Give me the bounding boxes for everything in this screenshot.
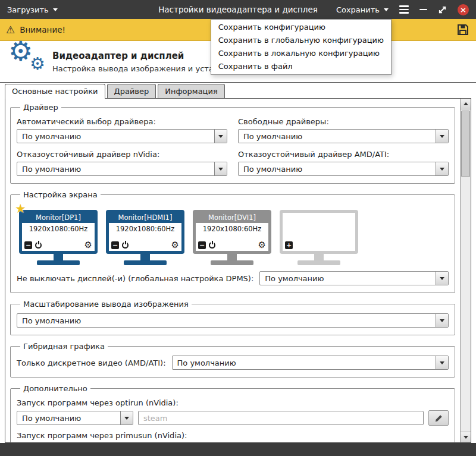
discrete-video-select[interactable]: По умолчанию — [172, 356, 449, 370]
optirun-select[interactable]: По умолчанию — [17, 411, 133, 425]
monitor-settings-icon[interactable]: ⚙ — [258, 241, 266, 249]
monitor-hdmi1[interactable]: Monitor[HDMI1] 1920x1080:60Hz − ⚙ — [106, 210, 184, 265]
vertical-scrollbar[interactable] — [460, 99, 471, 442]
monitor-stand — [227, 254, 237, 260]
warning-text: Внимание! — [20, 25, 65, 34]
scroll-up-button[interactable] — [461, 99, 471, 109]
expand-icon — [438, 5, 447, 14]
group-additional-legend: Дополнительно — [20, 384, 90, 393]
group-scaling-legend: Масштабирование вывода изображения — [20, 300, 192, 309]
auto-driver-select[interactable]: По умолчанию — [17, 129, 227, 143]
chevron-down-icon — [124, 417, 129, 420]
empty-screen — [283, 213, 355, 241]
group-hybrid-graphics: Гибридная графика Только дискретное виде… — [10, 342, 455, 378]
combo-value: По умолчанию — [17, 411, 120, 424]
status-bar — [0, 443, 476, 456]
chevron-down-icon — [440, 135, 444, 138]
tab-driver[interactable]: Драйвер — [107, 84, 156, 98]
menu-item-save-local-config[interactable]: Сохранить в локальную конфигурацию — [211, 47, 391, 60]
save-menu-label: Сохранить — [336, 5, 380, 14]
close-button[interactable]: × — [458, 4, 469, 15]
tab-content: Драйвер Автоматический выбор драйвера: П… — [5, 98, 471, 443]
group-driver-legend: Драйвер — [20, 103, 61, 112]
disable-monitor-button[interactable]: − — [111, 241, 119, 249]
dpms-select[interactable]: По умолчанию — [259, 271, 449, 285]
monitor-stand — [140, 254, 150, 260]
minimize-button[interactable] — [419, 9, 427, 11]
titlebar: Загрузить Настройки видеоадаптера и дисп… — [0, 0, 476, 19]
power-icon[interactable] — [35, 242, 42, 249]
gears-icon: ⚙ ⚙ — [8, 45, 52, 79]
scrollbar-track[interactable] — [461, 109, 471, 432]
dropdown-arrow-button[interactable] — [436, 272, 448, 285]
add-monitor-button[interactable]: + — [285, 241, 293, 249]
combo-value: По умолчанию — [17, 130, 214, 143]
tab-main-settings[interactable]: Основные настройки — [5, 84, 105, 99]
monitor-name: Monitor[DVI1] — [196, 213, 268, 223]
optirun-programs-input[interactable] — [138, 411, 424, 425]
save-settings-button[interactable] — [456, 23, 470, 37]
scaling-select[interactable]: По умолчанию — [17, 313, 449, 328]
combo-value: По умолчанию — [17, 162, 214, 175]
save-menu: Сохранить конфигурацию Сохранить в глоба… — [211, 19, 392, 75]
dropdown-arrow-button[interactable] — [214, 130, 227, 143]
tab-bar: Основные настройки Драйвер Информация — [0, 84, 476, 98]
floppy-save-icon — [456, 23, 470, 37]
monitor-resolution: 1920x1080:60Hz — [196, 223, 268, 241]
power-icon[interactable] — [122, 242, 129, 249]
optirun-edit-button[interactable] — [428, 410, 449, 426]
combo-value: По умолчанию — [239, 162, 436, 175]
dropdown-arrow-button[interactable] — [214, 162, 227, 175]
failsafe-amd-label: Отказоустойчивый драйвер AMD/ATI: — [238, 150, 449, 159]
menu-item-save-to-file[interactable]: Сохранить в файл — [211, 60, 391, 73]
discrete-video-label: Только дискретное видео (AMD/ATI): — [17, 358, 166, 367]
failsafe-nvidia-select[interactable]: По умолчанию — [17, 162, 227, 176]
monitor-settings-icon[interactable]: ⚙ — [84, 241, 92, 249]
group-driver: Драйвер Автоматический выбор драйвера: П… — [10, 103, 455, 184]
menu-item-save-global-config[interactable]: Сохранить в глобальную конфигурацию — [211, 34, 391, 47]
monitor-dvi1[interactable]: Monitor[DVI1] 1920x1080:60Hz − ⚙ — [193, 210, 271, 265]
monitor-settings-icon[interactable]: ⚙ — [171, 241, 179, 249]
warning-icon: ⚠ — [6, 25, 15, 35]
dropdown-arrow-button[interactable] — [120, 411, 133, 424]
free-drivers-select[interactable]: По умолчанию — [238, 129, 449, 143]
monitor-stand — [54, 254, 63, 260]
dropdown-arrow-button[interactable] — [436, 130, 448, 143]
monitor-name: Monitor[HDMI1] — [109, 213, 181, 223]
group-scaling: Масштабирование вывода изображения По ум… — [10, 300, 455, 335]
dropdown-arrow-button[interactable] — [436, 162, 448, 175]
group-screen-legend: Настройка экрана — [20, 190, 101, 199]
monitor-list: ★ Monitor[DP1] 1920x1080:60Hz − ⚙ — [17, 204, 449, 265]
free-drivers-label: Свободные драйверы: — [238, 117, 449, 126]
disable-monitor-button[interactable]: − — [24, 241, 32, 249]
disable-monitor-button[interactable]: − — [198, 241, 206, 249]
maximize-button[interactable] — [438, 5, 447, 14]
chevron-down-icon — [218, 135, 223, 138]
tab-information[interactable]: Информация — [158, 84, 224, 98]
chevron-down-icon — [464, 436, 468, 439]
dpms-label: Не выключать дисплей(-и) (глобальная нас… — [17, 274, 253, 283]
load-menu-button[interactable]: Загрузить — [7, 5, 58, 14]
dropdown-arrow-button[interactable] — [436, 314, 448, 327]
load-menu-label: Загрузить — [7, 5, 49, 14]
combo-value: По умолчанию — [239, 130, 436, 143]
primary-star-icon: ★ — [15, 203, 26, 215]
combo-value: По умолчанию — [17, 314, 436, 327]
chevron-up-icon — [464, 102, 468, 105]
group-additional: Дополнительно Запуск программ через opti… — [10, 384, 455, 442]
monitor-resolution: 1920x1080:60Hz — [109, 223, 181, 241]
monitor-add-slot[interactable]: + — [280, 210, 358, 265]
power-icon[interactable] — [209, 242, 215, 249]
auto-driver-label: Автоматический выбор драйвера: — [17, 117, 227, 126]
monitor-stand — [314, 254, 324, 260]
failsafe-amd-select[interactable]: По умолчанию — [238, 162, 449, 176]
hamburger-menu-icon[interactable] — [399, 5, 409, 14]
monitor-dp1[interactable]: ★ Monitor[DP1] 1920x1080:60Hz − ⚙ — [19, 210, 98, 265]
scrollbar-thumb[interactable] — [461, 111, 470, 177]
dropdown-arrow-button[interactable] — [436, 356, 448, 369]
scroll-down-button[interactable] — [461, 432, 471, 442]
menu-item-save-config[interactable]: Сохранить конфигурацию — [211, 21, 391, 34]
group-screen-setup: Настройка экрана ★ Monitor[DP1] 1920x108… — [10, 190, 455, 293]
save-menu-button[interactable]: Сохранить — [336, 5, 389, 14]
combo-value: По умолчанию — [173, 356, 436, 369]
